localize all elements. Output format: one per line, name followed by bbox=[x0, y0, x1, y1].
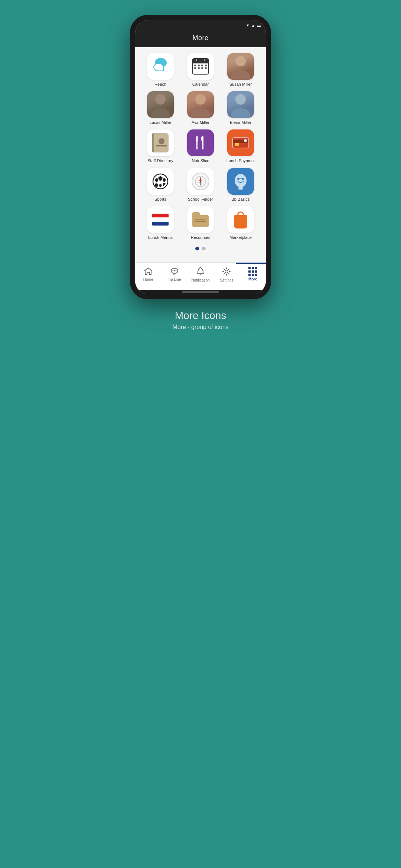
cal-hook-left bbox=[196, 58, 197, 61]
more-dot bbox=[252, 267, 254, 269]
grid-item-calendar[interactable]: Calendar bbox=[182, 53, 219, 87]
battery-icon: ▬ bbox=[257, 23, 261, 27]
svg-rect-4 bbox=[196, 140, 198, 141]
grid-item-elena-miller[interactable]: Elena Miller bbox=[222, 91, 259, 125]
lunch-menus-label: Lunch Menus bbox=[148, 235, 173, 240]
shopping-bag-icon bbox=[233, 211, 248, 228]
grid-item-susan-miller[interactable]: Susan Miller bbox=[222, 53, 259, 87]
dot-2[interactable] bbox=[202, 247, 206, 250]
bag-body bbox=[234, 215, 247, 228]
susan-miller-label: Susan Miller bbox=[229, 82, 252, 87]
grid-item-school-finder[interactable]: School Finder bbox=[182, 168, 219, 202]
notification-icon bbox=[196, 267, 205, 277]
svg-point-26 bbox=[175, 270, 176, 272]
svg-point-16 bbox=[200, 181, 201, 182]
soccer-ball-icon bbox=[152, 173, 169, 190]
staff-person-icon bbox=[159, 138, 164, 144]
folder-icon bbox=[192, 212, 209, 227]
cal-dot bbox=[205, 65, 207, 66]
grid-item-staff-directory[interactable]: Staff Directory bbox=[142, 129, 179, 163]
staff-directory-icon-box bbox=[147, 129, 174, 156]
bb-basics-icon bbox=[233, 173, 248, 190]
bag-handle bbox=[237, 211, 244, 217]
staff-directory-icon bbox=[152, 133, 169, 152]
more-dot bbox=[248, 267, 251, 269]
nav-item-notification[interactable]: Notification bbox=[188, 266, 213, 284]
bottom-nav: Home Tip Line bbox=[135, 262, 266, 290]
footer-title: More Icons bbox=[172, 310, 228, 322]
card-chip bbox=[235, 143, 239, 146]
settings-label: Settings bbox=[220, 278, 233, 282]
tip-line-label: Tip Line bbox=[168, 277, 181, 282]
sports-icon-box bbox=[147, 168, 174, 195]
notification-label: Notification bbox=[191, 278, 209, 282]
cal-dot bbox=[194, 65, 196, 66]
grid-item-lunch-payment[interactable]: Lunch Payment bbox=[222, 129, 259, 163]
grid-item-reach[interactable]: Reach bbox=[142, 53, 179, 87]
svg-rect-1 bbox=[196, 145, 198, 149]
lunch-payment-icon bbox=[232, 137, 249, 148]
bb-basics-label: Bb Basics bbox=[232, 197, 250, 202]
calendar-icon-box bbox=[187, 53, 214, 80]
folder-tab bbox=[192, 212, 200, 216]
more-dot bbox=[255, 270, 257, 273]
svg-point-28 bbox=[225, 270, 228, 273]
marketplace-label: Marketplace bbox=[229, 235, 252, 240]
footer-subtitle: More - group of icons bbox=[172, 324, 228, 331]
calendar-label: Calendar bbox=[192, 82, 209, 87]
grid-item-lucas-miller[interactable]: Lucas Miller bbox=[142, 91, 179, 125]
sports-label: Sports bbox=[154, 197, 166, 202]
reach-label: Reach bbox=[154, 82, 166, 87]
page-title: More bbox=[192, 34, 208, 42]
grid-item-ava-miller[interactable]: Ava Miller bbox=[182, 91, 219, 125]
grid-item-marketplace[interactable]: Marketplace bbox=[222, 206, 259, 240]
utensils-svg bbox=[195, 136, 206, 149]
flag-red bbox=[152, 214, 169, 217]
more-icon bbox=[248, 267, 257, 276]
svg-point-24 bbox=[172, 270, 173, 272]
grid-item-nutrislice[interactable]: NutriSlice bbox=[182, 129, 219, 163]
cal-dot bbox=[205, 67, 207, 69]
reach-bubble2 bbox=[153, 63, 164, 71]
svg-rect-18 bbox=[238, 187, 243, 190]
nutrislice-icon-box bbox=[187, 129, 214, 156]
nav-item-more[interactable]: More bbox=[240, 266, 266, 283]
staff-line1 bbox=[156, 145, 167, 146]
more-dot bbox=[255, 267, 257, 269]
ava-miller-avatar bbox=[187, 91, 214, 118]
bottom-text-area: More Icons More - group of icons bbox=[172, 310, 228, 331]
more-grid-icon bbox=[248, 267, 257, 276]
lucas-miller-label: Lucas Miller bbox=[150, 120, 172, 125]
cal-dot bbox=[194, 67, 196, 69]
nav-active-bar bbox=[236, 263, 266, 264]
nav-item-home[interactable]: Home bbox=[135, 266, 161, 283]
nutrislice-icon bbox=[195, 136, 206, 149]
grid-item-sports[interactable]: Sports bbox=[142, 168, 179, 202]
more-dot bbox=[252, 270, 254, 273]
lunch-payment-icon-box bbox=[227, 129, 254, 156]
staff-directory-label: Staff Directory bbox=[147, 158, 173, 163]
svg-point-17 bbox=[235, 174, 247, 187]
nav-item-settings[interactable]: Settings bbox=[213, 266, 239, 284]
grid-item-resources[interactable]: Resources bbox=[182, 206, 219, 240]
lunch-payment-label: Lunch Payment bbox=[226, 158, 255, 163]
credit-card-icon bbox=[232, 137, 249, 148]
wifi-icon: ▼ bbox=[246, 23, 250, 27]
svg-marker-22 bbox=[144, 268, 152, 274]
school-finder-icon-box bbox=[187, 168, 214, 195]
grid-item-bb-basics[interactable]: Bb Basics bbox=[222, 168, 259, 202]
reach-icon bbox=[151, 58, 170, 75]
dot-1[interactable] bbox=[195, 247, 199, 250]
svg-rect-5 bbox=[202, 136, 203, 149]
cal-dot bbox=[198, 65, 200, 66]
icon-grid: Reach bbox=[139, 53, 262, 240]
flag-icon bbox=[152, 214, 169, 226]
compass-svg bbox=[195, 175, 206, 187]
compass-icon bbox=[192, 172, 209, 190]
grid-item-lunch-menus[interactable]: Lunch Menus bbox=[142, 206, 179, 240]
more-dot bbox=[248, 274, 251, 276]
nav-item-tip-line[interactable]: Tip Line bbox=[161, 266, 187, 283]
lucas-miller-avatar bbox=[147, 91, 174, 118]
more-dot bbox=[252, 274, 254, 276]
settings-icon bbox=[222, 267, 231, 277]
